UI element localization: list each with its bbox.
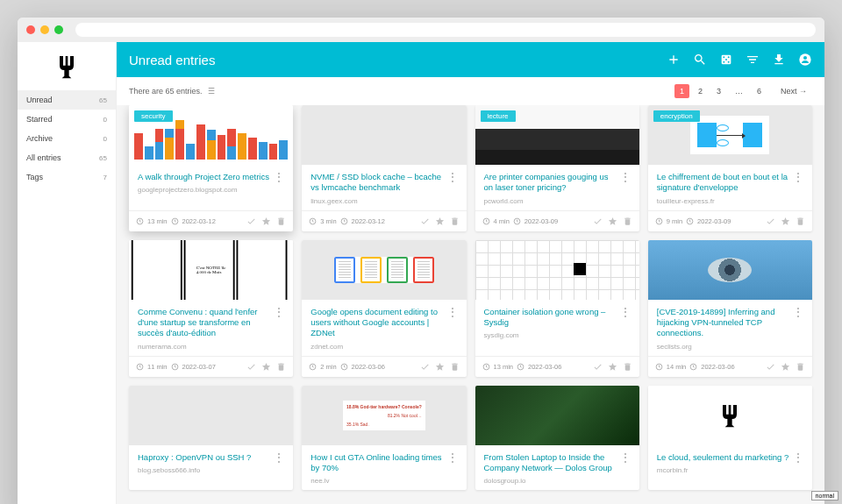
- delete-icon[interactable]: [450, 362, 460, 372]
- card-title[interactable]: A walk through Project Zero metrics: [138, 172, 270, 182]
- page-next[interactable]: Next →: [775, 84, 812, 98]
- page-1[interactable]: 1: [674, 84, 689, 98]
- window-close-dot[interactable]: [26, 25, 35, 34]
- delete-icon[interactable]: [623, 217, 632, 226]
- star-icon[interactable]: [781, 362, 790, 372]
- card-title[interactable]: [CVE-2019-14899] Inferring and hijacking…: [657, 307, 789, 339]
- more-icon[interactable]: ⋮: [793, 307, 803, 339]
- list-view-icon[interactable]: ☰: [208, 87, 215, 96]
- more-icon[interactable]: ⋮: [447, 307, 458, 339]
- card-thumbnail[interactable]: C'est NOTRE île4.000 de Mois: [129, 240, 293, 300]
- mark-read-icon[interactable]: [246, 217, 256, 226]
- star-icon[interactable]: [608, 217, 617, 226]
- star-icon[interactable]: [608, 362, 617, 372]
- sidebar-item-archive[interactable]: Archive0: [18, 129, 116, 148]
- delete-icon[interactable]: [796, 362, 805, 372]
- more-icon[interactable]: ⋮: [793, 172, 803, 194]
- more-icon[interactable]: ⋮: [793, 452, 803, 463]
- star-icon[interactable]: [435, 217, 445, 226]
- account-icon[interactable]: [798, 53, 812, 67]
- entry-card: Google opens document editing to users w…: [302, 240, 466, 377]
- card-title[interactable]: Le chiffrement de bout en bout et la sig…: [657, 172, 789, 194]
- card-source: mcorbin.fr: [657, 466, 803, 474]
- more-icon[interactable]: ⋮: [620, 452, 631, 474]
- window-min-dot[interactable]: [40, 25, 49, 34]
- card-title[interactable]: Are printer companies gouging us on lase…: [484, 172, 617, 194]
- card-thumbnail[interactable]: [302, 240, 466, 300]
- sidebar-item-starred[interactable]: Starred0: [18, 110, 116, 129]
- card-date: 2022-03-12: [182, 217, 216, 225]
- sidebar-item-unread[interactable]: Unread65: [18, 90, 116, 110]
- dice-icon[interactable]: [719, 53, 733, 67]
- card-title[interactable]: Google opens document editing to users w…: [310, 307, 443, 339]
- app-logo[interactable]: [18, 42, 116, 90]
- card-tag[interactable]: lecture: [481, 110, 516, 122]
- card-thumbnail[interactable]: [475, 386, 639, 445]
- page-3[interactable]: 3: [711, 84, 726, 98]
- sub-header: There are 65 entries. ☰ 123…6Next →: [117, 77, 824, 105]
- card-scroll-area[interactable]: securityA walk through Project Zero metr…: [117, 105, 824, 504]
- more-icon[interactable]: ⋮: [620, 307, 631, 329]
- card-title[interactable]: Comme Convenu : quand l'enfer d'une star…: [138, 307, 270, 339]
- download-icon[interactable]: [772, 53, 786, 67]
- delete-icon[interactable]: [450, 217, 460, 226]
- card-title[interactable]: NVME / SSD block cache – bcache vs lvmca…: [310, 172, 443, 194]
- delete-icon[interactable]: [623, 362, 632, 372]
- card-title[interactable]: How I cut GTA Online loading times by 70…: [310, 452, 443, 474]
- card-title[interactable]: Container isolation gone wrong – Sysdig: [484, 307, 617, 329]
- page-6[interactable]: 6: [752, 84, 767, 98]
- card-thumbnail[interactable]: encryption: [648, 105, 812, 165]
- page-…: …: [730, 84, 748, 98]
- more-icon[interactable]: ⋮: [274, 307, 284, 339]
- card-thumbnail[interactable]: [129, 386, 293, 445]
- card-title[interactable]: Haproxy : OpenVPN ou SSH ?: [138, 452, 270, 463]
- entry-card: securityA walk through Project Zero metr…: [129, 105, 293, 231]
- more-icon[interactable]: ⋮: [447, 172, 458, 194]
- card-thumbnail[interactable]: [648, 240, 812, 300]
- mark-read-icon[interactable]: [420, 362, 430, 372]
- more-icon[interactable]: ⋮: [620, 172, 631, 194]
- window-max-dot[interactable]: [54, 25, 63, 34]
- card-thumbnail[interactable]: [302, 105, 466, 165]
- entry-card: NVME / SSD block cache – bcache vs lvmca…: [302, 105, 466, 231]
- card-title[interactable]: Le cloud, seulement du marketing ?: [657, 452, 789, 463]
- entry-count-text: There are 65 entries.: [129, 87, 203, 96]
- card-thumbnail[interactable]: security: [129, 105, 293, 165]
- url-bar[interactable]: [75, 23, 816, 37]
- delete-icon[interactable]: [276, 217, 286, 226]
- card-title[interactable]: From Stolen Laptop to Inside the Company…: [484, 452, 617, 474]
- filter-icon[interactable]: [746, 53, 760, 67]
- more-icon[interactable]: ⋮: [274, 452, 284, 463]
- star-icon[interactable]: [781, 217, 790, 226]
- delete-icon[interactable]: [276, 362, 286, 372]
- sidebar-item-all-entries[interactable]: All entries65: [18, 148, 116, 167]
- mark-read-icon[interactable]: [766, 362, 775, 372]
- sidebar-item-tags[interactable]: Tags7: [18, 167, 116, 187]
- more-icon[interactable]: ⋮: [447, 452, 458, 474]
- card-thumbnail[interactable]: [648, 386, 812, 445]
- star-icon[interactable]: [435, 362, 445, 372]
- card-tag[interactable]: security: [134, 110, 173, 122]
- add-icon[interactable]: [667, 53, 681, 67]
- card-thumbnail[interactable]: 18.8% God-tier hardware? Console?81.2% N…: [302, 386, 466, 445]
- mark-read-icon[interactable]: [593, 217, 603, 226]
- search-icon[interactable]: [693, 53, 707, 67]
- delete-icon[interactable]: [796, 217, 805, 226]
- card-tag[interactable]: encryption: [653, 110, 700, 122]
- star-icon[interactable]: [261, 217, 271, 226]
- mark-read-icon[interactable]: [766, 217, 775, 226]
- card-source: seclists.org: [657, 343, 803, 351]
- mark-read-icon[interactable]: [593, 362, 603, 372]
- clock-icon: [655, 217, 663, 225]
- card-thumbnail[interactable]: lecture: [475, 105, 639, 165]
- read-time: 13 min: [494, 363, 514, 371]
- mark-read-icon[interactable]: [246, 362, 256, 372]
- card-thumbnail[interactable]: [475, 240, 639, 300]
- mark-read-icon[interactable]: [420, 217, 430, 226]
- card-source: sysdig.com: [484, 331, 631, 339]
- clock-icon: [655, 363, 663, 371]
- calendar-icon: [686, 217, 694, 225]
- more-icon[interactable]: ⋮: [274, 172, 284, 182]
- page-2[interactable]: 2: [693, 84, 708, 98]
- star-icon[interactable]: [261, 362, 271, 372]
